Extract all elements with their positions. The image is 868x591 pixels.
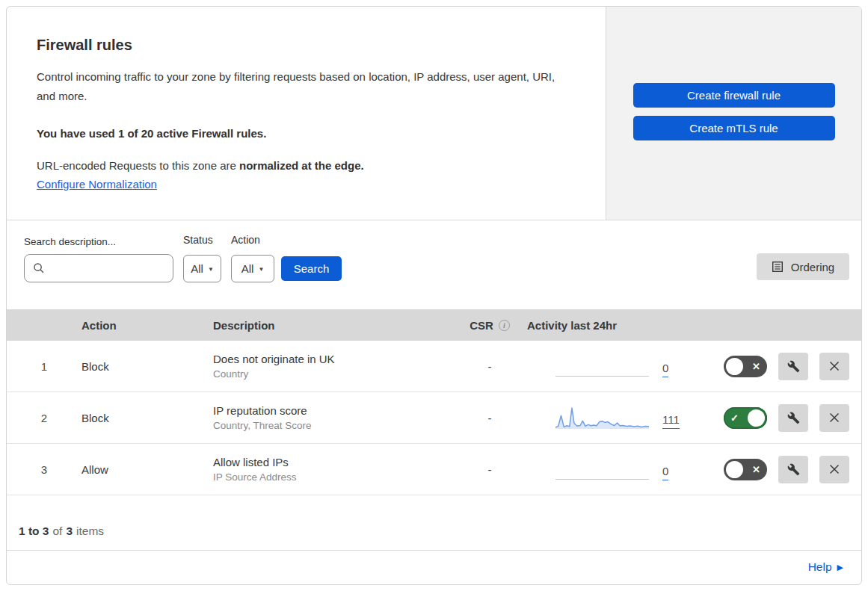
edit-rule-button[interactable] <box>778 456 808 483</box>
arrow-right-icon: ▶ <box>837 563 843 572</box>
search-input[interactable] <box>51 262 186 274</box>
rule-enabled-toggle[interactable]: ✓ ✕ <box>724 356 767 377</box>
rule-csr: - <box>460 360 520 373</box>
info-icon[interactable]: i <box>499 320 510 331</box>
column-csr-label: CSR <box>470 319 493 332</box>
activity-count-link[interactable]: 0 <box>662 465 668 480</box>
search-description-label: Search description... <box>24 236 116 247</box>
table-row: 1 Block Does not originate in UK Country… <box>7 341 861 392</box>
search-button[interactable]: Search <box>281 256 342 281</box>
usage-line: You have used 1 of 20 active Firewall ru… <box>37 127 576 140</box>
configure-normalization-link[interactable]: Configure Normalization <box>37 178 157 191</box>
rule-activity: 0 <box>520 353 699 379</box>
activity-count-link[interactable]: 0 <box>662 362 668 377</box>
rule-priority: 1 <box>7 360 81 373</box>
wrench-icon <box>787 412 800 424</box>
filter-bar: Search description... Status All ▼ Actio… <box>7 220 861 309</box>
chevron-down-icon: ▼ <box>208 266 214 273</box>
rule-controls: ✓ ✕ <box>699 456 861 483</box>
rule-description: Does not originate in UK Country <box>213 353 460 380</box>
status-filter-label: Status <box>183 234 213 246</box>
column-action: Action <box>81 319 213 332</box>
page-title: Firewall rules <box>37 37 576 54</box>
chevron-down-icon: ▼ <box>258 266 264 273</box>
create-firewall-rule-button[interactable]: Create firewall rule <box>633 83 835 108</box>
rule-action: Allow <box>81 463 213 476</box>
actions-panel: Create firewall rule Create mTLS rule <box>606 7 861 220</box>
page-description: Control incoming traffic to your zone by… <box>37 67 567 106</box>
top-left-content: Firewall rules Control incoming traffic … <box>7 7 606 220</box>
delete-rule-button[interactable] <box>819 404 849 432</box>
rule-enabled-toggle[interactable]: ✓ ✕ <box>724 407 767 429</box>
help-link-label: Help <box>808 560 832 574</box>
rule-activity: 111 <box>520 405 699 430</box>
x-icon: ✕ <box>752 464 760 475</box>
rule-enabled-toggle[interactable]: ✓ ✕ <box>724 459 767 480</box>
pagination-summary: 1 to 3 of 3 items <box>7 495 861 551</box>
rule-priority: 3 <box>7 463 81 476</box>
wrench-icon <box>787 360 800 373</box>
activity-count-link[interactable]: 111 <box>662 414 680 429</box>
rule-controls: ✓ ✕ <box>699 404 861 432</box>
normalization-line: URL-encoded Requests to this zone are no… <box>37 159 576 172</box>
edit-rule-button[interactable] <box>778 353 808 380</box>
x-icon: ✕ <box>752 361 760 372</box>
activity-sparkline <box>555 457 649 482</box>
column-csr: CSR i <box>460 319 520 332</box>
wrench-icon <box>787 463 800 476</box>
action-filter-value: All <box>241 262 254 275</box>
rule-action: Block <box>81 412 213 424</box>
rule-priority: 2 <box>7 412 81 424</box>
pagination-of: of <box>52 525 62 538</box>
list-ordering-icon <box>772 261 784 273</box>
toggle-knob <box>726 461 743 478</box>
rule-action: Block <box>81 360 213 373</box>
edit-rule-button[interactable] <box>778 404 808 432</box>
rule-csr: - <box>460 412 520 424</box>
normalization-bold: normalized at the edge. <box>239 159 364 172</box>
help-section: Help ▶ <box>7 551 861 584</box>
rule-criteria: Country <box>213 368 460 380</box>
activity-sparkline <box>555 405 649 430</box>
delete-rule-button[interactable] <box>819 353 849 380</box>
rule-description-title: Does not originate in UK <box>213 353 460 365</box>
close-icon <box>828 360 840 372</box>
firewall-rules-card: Firewall rules Control incoming traffic … <box>6 6 862 585</box>
activity-sparkline <box>555 353 649 379</box>
action-filter-label: Action <box>231 234 260 246</box>
toggle-knob <box>748 409 765 427</box>
column-activity: Activity last 24hr <box>520 319 699 332</box>
rule-description-title: Allow listed IPs <box>213 456 460 468</box>
column-description: Description <box>213 319 460 332</box>
rule-description: IP reputation score Country, Threat Scor… <box>213 404 460 431</box>
pagination-total: 3 <box>66 525 73 537</box>
pagination-range: 1 to 3 <box>19 525 49 537</box>
rule-criteria: Country, Threat Score <box>213 420 460 431</box>
table-header: Action Description CSR i Activity last 2… <box>7 309 861 341</box>
table-row: 2 Block IP reputation score Country, Thr… <box>7 392 861 444</box>
status-filter-select[interactable]: All ▼ <box>183 255 221 282</box>
rule-description-title: IP reputation score <box>213 404 460 417</box>
search-input-wrapper <box>24 254 173 282</box>
ordering-button[interactable]: Ordering <box>757 253 849 280</box>
create-mtls-rule-button[interactable]: Create mTLS rule <box>633 116 835 140</box>
rule-csr: - <box>460 463 520 476</box>
rule-controls: ✓ ✕ <box>699 353 861 380</box>
top-section: Firewall rules Control incoming traffic … <box>7 7 861 220</box>
help-link[interactable]: Help ▶ <box>808 560 843 574</box>
status-filter-value: All <box>191 262 203 275</box>
pagination-items-label: items <box>76 525 104 538</box>
ordering-button-label: Ordering <box>791 261 834 273</box>
close-icon <box>828 412 840 424</box>
normalization-text: URL-encoded Requests to this zone are <box>37 159 239 172</box>
rule-criteria: IP Source Address <box>213 471 460 483</box>
rule-description: Allow listed IPs IP Source Address <box>213 456 460 483</box>
close-icon <box>828 463 840 475</box>
toggle-knob <box>726 358 743 375</box>
search-icon <box>33 262 45 274</box>
check-icon: ✓ <box>730 412 739 424</box>
rule-activity: 0 <box>520 457 699 482</box>
table-row: 3 Allow Allow listed IPs IP Source Addre… <box>7 444 861 495</box>
delete-rule-button[interactable] <box>819 456 849 483</box>
action-filter-select[interactable]: All ▼ <box>231 255 274 282</box>
